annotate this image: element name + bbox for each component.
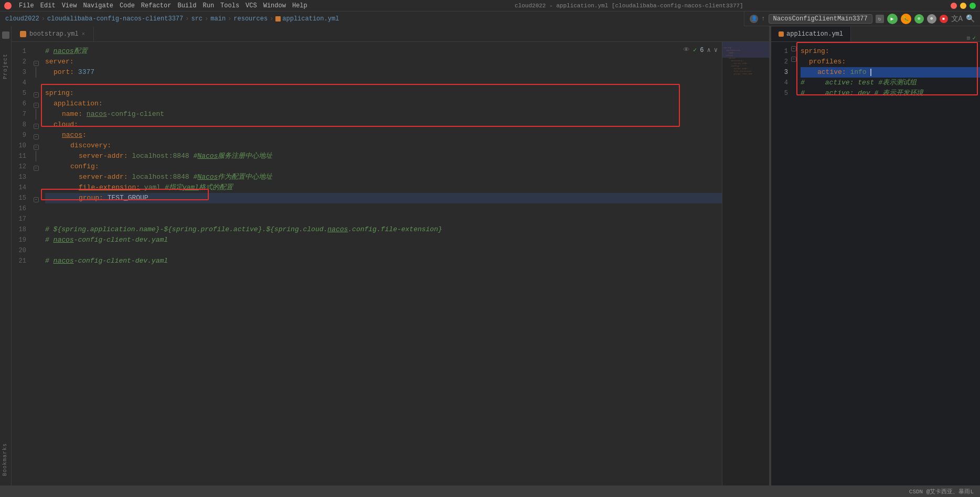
sync-icon[interactable]: ↑	[761, 15, 765, 23]
main-editor-area: bootstrap.yml × 1 2 3 4 5 6 7 8 9 10 11 …	[12, 26, 769, 485]
code-line-4	[45, 78, 722, 88]
right-fold-icon-2[interactable]: −	[791, 57, 796, 62]
code-line-5: spring:	[45, 88, 722, 99]
run-config-bar: 👤 ↑ NacosConfigClientMain3377 ↻ ▶ 🐛 ⊕ ⊛ …	[744, 12, 980, 26]
right-code-line-2: profiles:	[801, 57, 980, 67]
active-value: info	[850, 68, 866, 76]
fold-icon-8[interactable]: −	[34, 124, 39, 129]
code-line-17	[45, 214, 722, 224]
run-config-dropdown[interactable]: NacosConfigClientMain3377	[769, 14, 872, 24]
tab-bootstrap-label: bootstrap.yml	[29, 30, 79, 38]
status-text: CSDN @艾卡西亚、暴雨L	[909, 488, 974, 495]
right-code-area[interactable]: spring: profiles: active: info # active:…	[798, 42, 980, 485]
code-line-3: port: 3377	[45, 67, 722, 78]
right-line-numbers: 1 2 3 4 5	[771, 42, 790, 485]
breadcrumb: cloud2022 › cloudalibaba-config-nacos-cl…	[0, 12, 744, 26]
code-area[interactable]: 👁 ✓ 6 ∧ ∨ # nacos配置 server:	[41, 42, 722, 485]
menu-item-help[interactable]: Help	[292, 2, 307, 9]
breadcrumb-file[interactable]: application.yml	[275, 15, 339, 23]
code-line-18: # ${spring.application.name}-${spring.pr…	[45, 224, 722, 235]
chevron-up-icon[interactable]: ∧	[707, 46, 711, 54]
window-maximize[interactable]	[970, 3, 976, 9]
right-code-line-5: # active: dev # 表示开发环境	[801, 88, 980, 99]
right-tab-label: application.yml	[786, 30, 843, 38]
right-tab-bar: application.yml ⊞ ✓	[771, 26, 980, 42]
fold-icon-2[interactable]: −	[34, 61, 39, 66]
right-fold-icon-1[interactable]: −	[791, 46, 796, 51]
menu-item-vcs[interactable]: VCS	[246, 2, 257, 9]
breadcrumb-resources[interactable]: resources	[233, 15, 268, 23]
search-icon-top[interactable]: 🔍	[966, 14, 975, 23]
vsplit-icon[interactable]: ⊞	[967, 35, 971, 41]
breadcrumb-project[interactable]: cloud2022	[5, 15, 39, 23]
code-line-14: file-extension: yaml #指定yaml格式的配置	[45, 182, 722, 193]
code-line-9: nacos:	[45, 130, 722, 141]
menu-item-edit[interactable]: Edit	[40, 2, 56, 9]
menu-item-view[interactable]: View	[62, 2, 77, 9]
tab-bootstrap-icon	[20, 31, 26, 37]
menu-item-window[interactable]: Window	[263, 2, 286, 9]
menu-item-run[interactable]: Run	[203, 2, 214, 9]
run-button[interactable]: ▶	[887, 14, 898, 24]
translate-icon[interactable]: 文A	[951, 14, 963, 24]
fold-icon-15[interactable]: −	[34, 197, 39, 202]
tab-bootstrap[interactable]: bootstrap.yml ×	[12, 27, 94, 41]
right-code-line-1: spring:	[801, 46, 980, 57]
code-line-20	[45, 245, 722, 256]
breadcrumb-module[interactable]: cloudalibaba-config-nacos-client3377	[47, 15, 183, 23]
code-line-7: name: nacos-config-client	[45, 109, 722, 120]
menu-item-tools[interactable]: Tools	[220, 2, 239, 9]
debug-button[interactable]: 🐛	[901, 14, 911, 24]
menu-bar: File Edit View Navigate Code Refactor Bu…	[0, 0, 980, 12]
window-close[interactable]	[951, 3, 957, 9]
refresh-icon[interactable]: ↻	[876, 15, 884, 23]
right-check-icon: ✓	[972, 35, 976, 41]
minimap: spring: application: name: ... cloud: na…	[722, 42, 769, 485]
right-editor-content: 1 2 3 4 5 − −	[771, 42, 980, 485]
window-minimize[interactable]	[960, 3, 966, 9]
breadcrumb-src[interactable]: src	[191, 15, 203, 23]
stop-button[interactable]: ■	[940, 15, 948, 23]
menu-item-file[interactable]: File	[19, 2, 34, 9]
profile-button[interactable]: ⊛	[927, 14, 936, 24]
eye-icon[interactable]: 👁	[683, 46, 690, 54]
menu-item-code[interactable]: Code	[120, 2, 135, 9]
menu-item-build[interactable]: Build	[177, 2, 196, 9]
right-tab-application[interactable]: application.yml	[771, 27, 851, 41]
code-line-6: application:	[45, 99, 722, 109]
sidebar-left: Project Bookmarks	[0, 26, 12, 485]
code-line-12: config:	[45, 161, 722, 172]
coverage-button[interactable]: ⊕	[914, 14, 924, 24]
code-line-16	[45, 203, 722, 214]
menu-item-navigate[interactable]: Navigate	[83, 2, 113, 9]
fold-icon-6[interactable]: −	[34, 103, 39, 108]
minimap-viewport	[722, 42, 769, 58]
file-icon	[275, 16, 281, 21]
user-icon[interactable]: 👤	[750, 15, 758, 23]
code-line-21: # nacos-config-client-dev.yaml	[45, 256, 722, 266]
menu-item-refactor[interactable]: Refactor	[141, 2, 172, 9]
right-editor-panel: application.yml ⊞ ✓ 1 2 3 4 5	[770, 26, 980, 485]
code-line-10: discovery:	[45, 141, 722, 151]
right-tab-toolbar: ⊞ ✓	[967, 35, 980, 41]
code-line-8: cloud:	[45, 120, 722, 130]
fold-icon-10[interactable]: −	[34, 145, 39, 150]
sidebar-label-bookmarks: Bookmarks	[2, 443, 8, 476]
fold-icon-9[interactable]: −	[34, 134, 39, 139]
status-bar: CSDN @艾卡西亚、暴雨L	[0, 485, 980, 497]
text-cursor	[870, 69, 871, 76]
editor-toolbar: 👁 ✓ 6 ∧ ∨	[683, 46, 718, 54]
sidebar-label-project: Project	[3, 53, 8, 79]
tab-bootstrap-close[interactable]: ×	[82, 31, 85, 37]
code-line-19: # nacos-config-client-dev.yaml	[45, 235, 722, 245]
breadcrumb-main[interactable]: main	[210, 15, 226, 23]
right-fold-gutter: − −	[790, 42, 798, 485]
tab-bar: bootstrap.yml ×	[12, 26, 769, 42]
chevron-down-icon[interactable]: ∨	[714, 46, 718, 54]
sidebar-project-icon[interactable]	[2, 31, 9, 39]
code-line-15: group: TEST_GROUP	[45, 193, 722, 203]
fold-icon-12[interactable]: −	[34, 166, 39, 171]
fold-icon-5[interactable]: −	[34, 92, 39, 98]
check-icon[interactable]: ✓	[693, 46, 697, 54]
right-code-line-3: active: info	[801, 67, 980, 78]
